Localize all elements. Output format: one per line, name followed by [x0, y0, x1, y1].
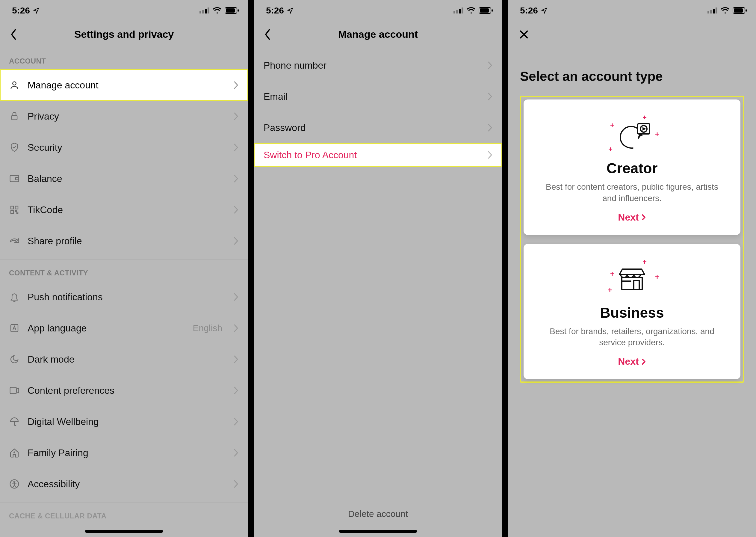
- card-creator[interactable]: + + + + Creator B: [524, 100, 740, 235]
- chevron-right-icon: [486, 62, 494, 69]
- row-dark-mode[interactable]: Dark mode: [0, 344, 248, 375]
- svg-rect-26: [480, 8, 489, 13]
- row-tikcode[interactable]: TikCode: [0, 194, 248, 226]
- chevron-right-icon: [232, 387, 240, 394]
- card-next-label: Next: [618, 356, 639, 367]
- back-button[interactable]: [6, 27, 21, 42]
- svg-rect-14: [15, 211, 17, 212]
- battery-icon: [479, 7, 493, 14]
- row-label: App language: [27, 323, 186, 334]
- svg-rect-23: [459, 9, 461, 14]
- svg-rect-21: [453, 11, 455, 14]
- status-time: 5:26: [266, 5, 284, 16]
- row-label: Dark mode: [27, 354, 225, 365]
- row-label: TikCode: [27, 204, 225, 216]
- card-business[interactable]: + + + + Business Best for brands: [524, 244, 740, 379]
- card-next-button[interactable]: Next: [618, 356, 646, 367]
- chevron-right-icon: [232, 480, 240, 487]
- row-email[interactable]: Email: [254, 81, 502, 112]
- chevron-right-icon: [232, 113, 240, 120]
- svg-point-18: [14, 452, 15, 453]
- back-button[interactable]: [260, 27, 275, 42]
- home-indicator[interactable]: [339, 530, 417, 533]
- svg-rect-33: [734, 8, 743, 13]
- svg-rect-30: [713, 9, 715, 14]
- chevron-right-icon: [232, 237, 240, 245]
- row-family-pairing[interactable]: Family Pairing: [0, 437, 248, 468]
- status-bar: 5:26: [508, 0, 756, 21]
- nav-header: [508, 21, 756, 48]
- svg-rect-12: [15, 206, 18, 209]
- chevron-right-icon: [232, 144, 240, 151]
- row-balance[interactable]: Balance: [0, 163, 248, 194]
- wallet-icon: [8, 173, 20, 185]
- svg-rect-29: [710, 10, 712, 14]
- svg-point-7: [13, 82, 16, 85]
- bell-icon: [8, 291, 20, 303]
- cards-highlight-wrap: + + + + Creator B: [520, 96, 744, 383]
- row-switch-pro[interactable]: Switch to Pro Account: [254, 143, 502, 167]
- svg-rect-1: [202, 10, 204, 14]
- list-manage: Phone number Email Password Switch to Pr…: [254, 48, 502, 167]
- row-app-language[interactable]: App language English: [0, 312, 248, 344]
- page-title: Select an account type: [520, 69, 744, 84]
- home-indicator[interactable]: [85, 530, 163, 533]
- svg-rect-31: [716, 8, 717, 14]
- row-push-notifications[interactable]: Push notifications: [0, 281, 248, 312]
- svg-point-20: [14, 481, 15, 482]
- svg-rect-2: [205, 9, 207, 14]
- svg-rect-0: [200, 11, 201, 14]
- section-header-cache: CACHE & CELLULAR DATA: [0, 503, 248, 524]
- page-title: Manage account: [338, 28, 418, 40]
- chevron-right-icon: [232, 206, 240, 213]
- delete-account-button[interactable]: Delete account: [254, 509, 502, 519]
- svg-rect-13: [11, 211, 14, 213]
- location-icon: [287, 7, 293, 14]
- page-title: Settings and privacy: [74, 28, 174, 40]
- row-manage-account[interactable]: Manage account: [0, 69, 248, 101]
- card-next-button[interactable]: Next: [618, 212, 646, 223]
- row-accessibility[interactable]: Accessibility: [0, 468, 248, 500]
- chevron-right-icon: [486, 151, 494, 158]
- row-label: Family Pairing: [27, 447, 225, 459]
- status-time: 5:26: [520, 5, 538, 16]
- chevron-right-icon: [232, 293, 240, 301]
- row-password[interactable]: Password: [254, 112, 502, 143]
- svg-rect-10: [16, 177, 19, 180]
- row-label: Manage account: [27, 80, 225, 91]
- list-account: Manage account Privacy Security Balance: [0, 69, 248, 257]
- row-share-profile[interactable]: Share profile: [0, 226, 248, 257]
- row-label: Share profile: [27, 235, 225, 247]
- card-title: Creator: [607, 160, 658, 177]
- row-label: Digital Wellbeing: [27, 416, 225, 427]
- row-label: Privacy: [27, 111, 225, 122]
- section-header-account: ACCOUNT: [0, 48, 248, 69]
- chevron-right-icon: [232, 175, 240, 182]
- status-time: 5:26: [12, 5, 30, 16]
- close-button[interactable]: [516, 27, 531, 42]
- row-digital-wellbeing[interactable]: Digital Wellbeing: [0, 406, 248, 437]
- chevron-right-icon: [232, 356, 240, 363]
- svg-rect-24: [462, 8, 463, 14]
- chevron-right-icon: [486, 124, 494, 131]
- chevron-left-icon: [10, 28, 18, 40]
- card-subtitle: Best for content creators, public figure…: [539, 181, 725, 204]
- svg-rect-28: [707, 11, 709, 14]
- battery-icon: [733, 7, 747, 14]
- moon-icon: [8, 353, 20, 365]
- row-privacy[interactable]: Privacy: [0, 101, 248, 132]
- chevron-right-icon: [486, 93, 494, 100]
- row-label: Switch to Pro Account: [264, 149, 479, 161]
- shield-icon: [8, 142, 20, 153]
- row-phone-number[interactable]: Phone number: [254, 50, 502, 81]
- nav-header: Manage account: [254, 21, 502, 48]
- row-label: Phone number: [264, 60, 479, 71]
- row-label: Balance: [27, 173, 225, 184]
- cellular-icon: [707, 8, 718, 14]
- language-icon: [8, 322, 20, 334]
- wifi-icon: [721, 7, 730, 14]
- screen-manage-account: 5:26 Manage account Phone number Email: [254, 0, 502, 537]
- row-content-preferences[interactable]: Content preferences: [0, 375, 248, 406]
- screen-select-account-type: 5:26 Select an account type +: [508, 0, 756, 537]
- row-security[interactable]: Security: [0, 132, 248, 163]
